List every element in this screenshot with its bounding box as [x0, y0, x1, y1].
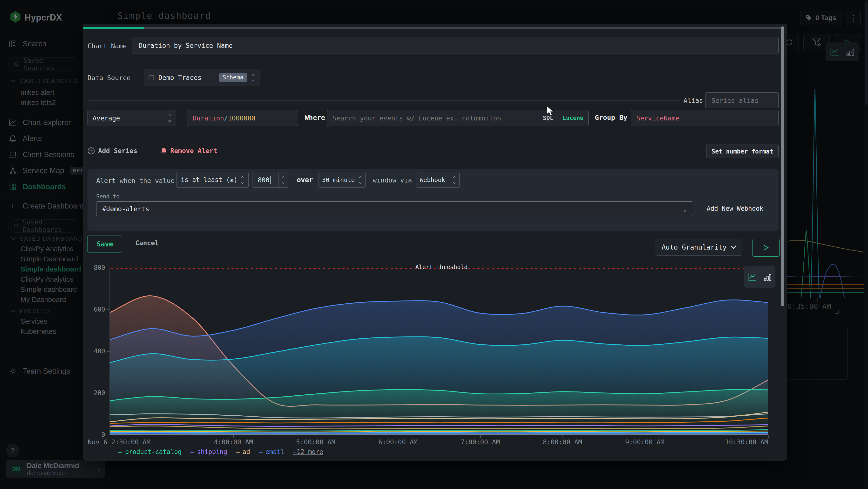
select-chevrons-icon: ⌃⌄ — [359, 177, 362, 183]
group-by-field[interactable]: ServiceName — [631, 110, 779, 126]
app-root: HyperDX Search Saved Searches SAVED SEAR… — [0, 0, 868, 489]
alert-channel-select[interactable]: Webhook ⌃⌄ — [416, 172, 460, 188]
duration-line-chart[interactable] — [110, 268, 768, 435]
alert-threshold-field[interactable]: 800 ⌃⌄ — [252, 172, 288, 188]
select-chevrons-icon: ⌃⌄ — [453, 177, 456, 183]
expr-divisor: 1000000 — [228, 114, 255, 122]
set-number-format-button[interactable]: Set number format — [706, 145, 779, 158]
legend-item[interactable]: —ad — [236, 448, 250, 456]
alert-window-select[interactable]: 30 minute ⌃⌄ — [318, 172, 366, 188]
modal-accent-bar — [84, 27, 144, 29]
series-line — [110, 432, 768, 433]
chart-type-toggle[interactable] — [744, 266, 775, 288]
add-series-button[interactable]: Add Series — [88, 147, 137, 154]
modal-scrollbar-thumb[interactable] — [781, 26, 784, 306]
line-chart-icon — [748, 273, 757, 282]
alias-field[interactable] — [706, 92, 779, 108]
run-chart-button[interactable] — [752, 239, 779, 257]
play-icon — [763, 244, 769, 251]
over-label: over — [297, 176, 313, 184]
select-chevrons-icon: ⌃⌄ — [168, 115, 171, 121]
chart-name-label: Chart Name — [88, 42, 127, 50]
select-chevrons-icon: ⌃⌄ — [252, 74, 255, 81]
y-tick-label: 800 — [84, 264, 105, 271]
circle-plus-icon — [88, 147, 95, 154]
x-tick-label: 6:00:00 AM — [378, 438, 417, 446]
lucene-toggle[interactable]: Lucene — [562, 115, 584, 121]
legend-item[interactable]: —product-catalog — [118, 448, 182, 456]
series-line — [110, 433, 768, 433]
chevron-down-icon: ⌄ — [683, 205, 687, 213]
x-tick-label: 4:00:00 AM — [214, 438, 253, 446]
alias-input[interactable] — [711, 96, 773, 105]
where-label: Where — [305, 114, 325, 122]
x-tick-label: 8:00:00 AM — [543, 438, 582, 446]
y-tick-label: 400 — [84, 348, 105, 355]
expr-op: / — [224, 114, 228, 122]
y-tick-label: 600 — [84, 306, 105, 313]
field-expression-input[interactable]: Duration/1000000 — [187, 110, 298, 126]
alert-bell-icon — [161, 147, 167, 154]
y-tick-label: 200 — [84, 389, 105, 397]
modal-accent-bar-track — [144, 27, 784, 29]
bar-chart-icon — [763, 273, 772, 281]
mouse-cursor — [546, 105, 556, 118]
cancel-button[interactable]: Cancel — [135, 239, 159, 247]
group-by-value: ServiceName — [636, 114, 679, 122]
y-tick-label: 0 — [84, 431, 105, 438]
schema-badge[interactable]: Schema — [219, 73, 247, 82]
alert-operator-select[interactable]: is at least (≥) ⌃⌄ — [176, 172, 249, 188]
series-line — [110, 434, 768, 434]
alert-threshold-label: Alert Threshold — [393, 264, 490, 270]
edit-chart-modal: Chart Name Data Source Demo Traces Schem… — [83, 24, 787, 461]
alert-config-panel: Alert when the value is at least (≥) ⌃⌄ … — [88, 169, 779, 231]
alert-threshold-value: 800 — [258, 176, 270, 184]
chevron-down-icon — [731, 246, 736, 249]
x-tick-label: 7:00:00 AM — [461, 438, 500, 446]
window-via-label: window via — [373, 176, 412, 184]
remove-alert-button[interactable]: Remove Alert — [161, 147, 217, 154]
legend-more-link[interactable]: +12 more — [293, 448, 323, 456]
webhook-select[interactable]: #demo-alerts ⌄ — [96, 201, 693, 216]
granularity-select[interactable]: Auto Granularity — [656, 239, 742, 256]
group-by-label: Group By — [595, 114, 627, 122]
expr-field: Duration — [193, 114, 224, 122]
data-source-value: Demo Traces — [158, 74, 202, 81]
select-chevrons-icon: ⌃⌄ — [241, 177, 244, 183]
add-new-webhook-button[interactable]: Add New Webhook — [707, 205, 763, 212]
x-tick-label: 10:30:00 AM — [725, 438, 768, 446]
send-to-label: Send to — [96, 193, 120, 200]
alert-prefix-label: Alert when the value — [96, 177, 175, 184]
chart-name-field[interactable] — [132, 37, 779, 54]
x-tick-label: Nov 6 2:30:00 AM — [88, 438, 151, 446]
aggregation-select[interactable]: Average ⌃⌄ — [88, 110, 176, 126]
x-tick-label: 9:00:00 AM — [625, 438, 664, 446]
chart-name-input[interactable] — [138, 41, 772, 50]
text-caret — [270, 176, 271, 184]
chart-legend: —product-catalog—shipping—ad—email+12 mo… — [118, 448, 323, 456]
alias-label: Alias — [677, 97, 703, 104]
where-search-input[interactable] — [332, 114, 543, 122]
toggle-divider: | — [556, 115, 560, 121]
number-spinner[interactable]: ⌃⌄ — [278, 172, 288, 187]
data-source-select[interactable]: Demo Traces Schema ⌃⌄ — [144, 69, 259, 86]
legend-item[interactable]: —shipping — [190, 448, 227, 456]
aggregation-value: Average — [93, 114, 120, 122]
x-tick-label: 5:00:00 AM — [296, 438, 335, 446]
save-button[interactable]: Save — [88, 236, 122, 253]
database-icon — [148, 74, 155, 81]
data-source-label: Data Source — [88, 74, 131, 82]
legend-item[interactable]: —email — [259, 448, 284, 456]
